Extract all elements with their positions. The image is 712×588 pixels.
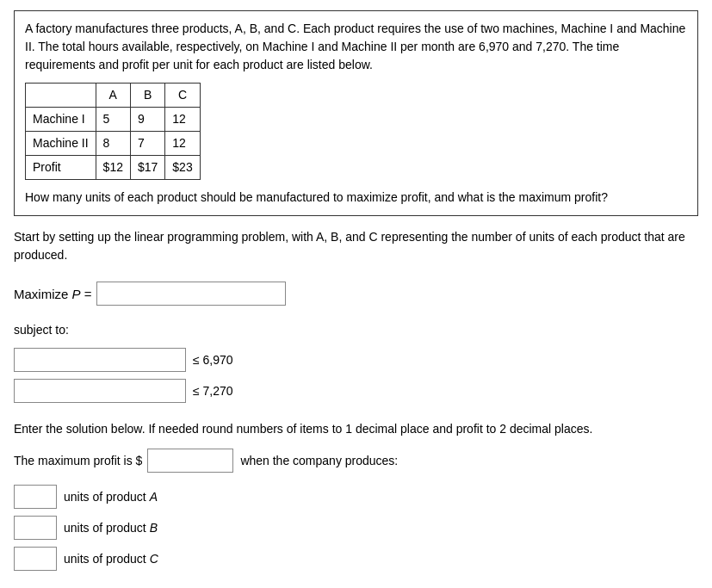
- row-profit: Profit $12 $17 $23: [26, 156, 201, 180]
- constraint1-row: ≤ 6,970: [14, 348, 698, 372]
- profit-input[interactable]: [147, 449, 233, 473]
- product-a-label: units of product A: [64, 488, 158, 506]
- product-c-input[interactable]: [14, 547, 57, 571]
- problem-container: A factory manufactures three products, A…: [14, 10, 698, 216]
- profit-a: $12: [96, 156, 130, 180]
- problem-statement-text: A factory manufactures three products, A…: [25, 20, 687, 74]
- profit-label: Profit: [26, 156, 96, 180]
- maximize-input[interactable]: [96, 282, 286, 306]
- constraint2-input[interactable]: [14, 379, 186, 403]
- header-a: A: [96, 84, 130, 108]
- product-a-input[interactable]: [14, 485, 57, 509]
- product-c-label: units of product C: [64, 550, 158, 568]
- constraint1-text: ≤ 6,970: [193, 350, 233, 371]
- machine1-a: 5: [96, 108, 130, 132]
- constraint1-input[interactable]: [14, 348, 186, 372]
- question-text: How many units of each product should be…: [25, 189, 687, 207]
- setup-instruction: Start by setting up the linear programmi…: [14, 228, 698, 264]
- row-machine2: Machine II 8 7 12: [26, 132, 201, 156]
- subject-to-label: subject to:: [14, 319, 698, 341]
- lp-setup-section: Start by setting up the linear programmi…: [14, 228, 698, 403]
- solution-section: Enter the solution below. If needed roun…: [14, 420, 698, 571]
- header-c: C: [165, 84, 200, 108]
- machine1-label: Machine I: [26, 108, 96, 132]
- machine2-b: 7: [130, 132, 164, 156]
- product-b-label: units of product B: [64, 519, 158, 537]
- product-a-row: units of product A: [14, 485, 698, 509]
- maximize-row: Maximize P =: [14, 282, 698, 306]
- product-b-row: units of product B: [14, 516, 698, 540]
- profit-b: $17: [130, 156, 164, 180]
- max-profit-prefix: The maximum profit is $: [14, 452, 142, 470]
- constraint2-row: ≤ 7,270: [14, 379, 698, 403]
- machine2-label: Machine II: [26, 132, 96, 156]
- header-b: B: [130, 84, 164, 108]
- machine2-c: 12: [165, 132, 200, 156]
- constraint2-text: ≤ 7,270: [193, 381, 233, 402]
- header-empty: [26, 84, 96, 108]
- machine2-a: 8: [96, 132, 130, 156]
- product-c-row: units of product C: [14, 547, 698, 571]
- data-table: A B C Machine I 5 9 12 Machine II 8 7 12…: [25, 83, 201, 180]
- profit-c: $23: [165, 156, 200, 180]
- machine1-b: 9: [130, 108, 164, 132]
- product-b-input[interactable]: [14, 516, 57, 540]
- max-profit-suffix: when the company produces:: [240, 452, 398, 470]
- solution-instruction: Enter the solution below. If needed roun…: [14, 420, 698, 438]
- row-machine1: Machine I 5 9 12: [26, 108, 201, 132]
- maximize-label: Maximize P =: [14, 282, 91, 306]
- machine1-c: 12: [165, 108, 200, 132]
- max-profit-row: The maximum profit is $ when the company…: [14, 449, 698, 473]
